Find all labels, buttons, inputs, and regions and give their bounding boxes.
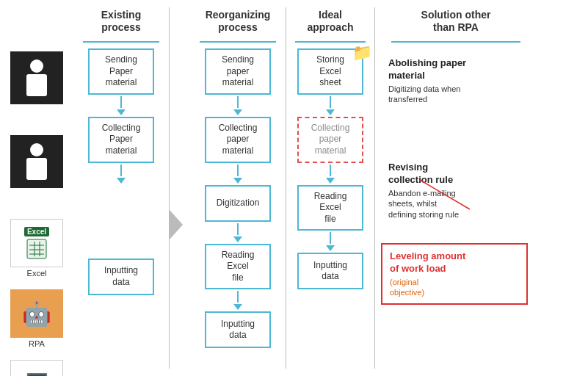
rpa-label: RPA [29, 339, 45, 348]
col-reorg: Reorganizing process Sendingpapermateria… [190, 0, 286, 376]
solution-col-underline [391, 41, 520, 43]
ideal-arrow-line-2 [330, 164, 331, 176]
sidebar: Excel Excel 🤖 RPA 🗄️ [0, 0, 73, 376]
ideal-col-header: Ideal approach [307, 7, 353, 37]
existing-title-line1: Existing [101, 9, 141, 21]
reorg-box-2: Collectingpapermaterial [205, 117, 271, 163]
existing-col-header: Existing process [101, 7, 141, 37]
reorg-arrow-line-4 [237, 291, 239, 303]
existing-step-2: CollectingPapermaterial [88, 117, 154, 185]
existing-box-2: CollectingPapermaterial [88, 117, 154, 163]
person1-icon [10, 51, 63, 104]
ideal-box-4-text: Inputtingdata [313, 260, 347, 283]
solution-item-2-desc: Abandon e-mailingsheets, whilstdefining … [388, 188, 520, 220]
solution-item-3: Leveling amountof work load (originalobj… [381, 243, 528, 305]
ideal-box-3-text: ReadingExcelfile [314, 191, 347, 225]
reorg-arrow-1 [233, 109, 242, 115]
big-arrow-svg [170, 210, 190, 239]
reorg-box-1-text: Sendingpapermaterial [222, 54, 254, 89]
reorg-box-4-text: ReadingExcelfile [222, 250, 255, 284]
solution-col-header: Solution other than RPA [375, 7, 537, 37]
ideal-arrow-1 [326, 109, 335, 115]
arrow-line-1 [120, 96, 122, 108]
folder-icon: 📁 [352, 43, 372, 64]
ideal-flow: StoringExcelsheet 📁 Collectingpapermater… [286, 48, 374, 291]
ideal-title-line2: approach [307, 21, 353, 34]
solution-item-3-desc: (originalobjective) [390, 277, 519, 298]
excel-icon-block: Excel Excel [7, 219, 66, 278]
reorg-title-line1: Reorganizing [206, 9, 271, 21]
reorg-step-3: Digitization [205, 185, 271, 244]
xlsx-badge: Excel [24, 227, 49, 236]
reorg-box-5-text: Inputtingdata [221, 319, 255, 341]
reorg-box-5: Inputtingdata [205, 311, 271, 348]
ideal-step-1: StoringExcelsheet 📁 [297, 48, 363, 117]
col-existing: Existing process SendingPapermaterial Co… [73, 0, 169, 376]
svg-point-0 [30, 59, 43, 73]
ideal-box-2-dashed: Collectingpapermaterial [297, 117, 363, 163]
system-icon: 🗄️ [10, 360, 63, 376]
existing-flow: SendingPapermaterial CollectingPapermate… [73, 48, 169, 297]
person1-svg [22, 58, 51, 98]
ideal-step-3: ReadingExcelfile [297, 185, 363, 253]
ideal-arrow-3 [326, 245, 335, 251]
svg-marker-10 [170, 210, 183, 239]
rpa-icon-block: 🤖 RPA [7, 289, 66, 348]
solution-item-3-title: Leveling amountof work load [390, 250, 519, 275]
ideal-box-4: Inputtingdata [297, 253, 363, 289]
system-db-icon: 🗄️ [24, 372, 50, 377]
main-content: Existing process SendingPapermaterial Co… [73, 0, 588, 376]
person2-icon [10, 135, 63, 188]
diagram: Excel Excel 🤖 RPA 🗄️ [0, 0, 588, 376]
reorg-step-2: Collectingpapermaterial [205, 117, 271, 185]
ideal-title-line1: Ideal [307, 9, 353, 21]
solution-title-line2: than RPA [421, 21, 491, 34]
reorg-box-3-text: Digitization [217, 198, 260, 209]
svg-rect-1 [26, 74, 47, 96]
ideal-box-2-text: Collectingpapermaterial [311, 123, 350, 157]
ideal-step-2: Collectingpapermaterial [297, 117, 363, 185]
person1-icon-block [7, 51, 66, 104]
existing-box-1-text: SendingPapermaterial [105, 54, 137, 89]
person2-icon-block [7, 135, 66, 188]
existing-box-1: SendingPapermaterial [88, 48, 154, 95]
existing-box-2-text: CollectingPapermaterial [102, 123, 141, 157]
reorg-arrow-3 [233, 236, 242, 242]
existing-col-underline [83, 41, 159, 43]
col-solution: Solution other than RPA Abolishing paper… [375, 0, 537, 376]
excel-svg [26, 238, 48, 260]
reorg-box-3: Digitization [205, 185, 271, 222]
reorg-box-1: Sendingpapermaterial [205, 48, 271, 95]
ideal-arrow-line-3 [330, 232, 331, 244]
ideal-box-1: StoringExcelsheet 📁 [297, 48, 363, 95]
system-icon-block: 🗄️ System [7, 360, 66, 376]
reorg-arrow-2 [233, 178, 242, 184]
big-arrow [170, 73, 190, 376]
solution-item-1-desc: Digitizing data whentransferred [388, 84, 520, 105]
ideal-box-3: ReadingExcelfile [297, 185, 363, 231]
arrow-1 [117, 109, 126, 115]
reorg-step-5: Inputtingdata [205, 311, 271, 350]
rpa-robot-icon: 🤖 [22, 300, 51, 328]
solution-item-2-title: Revisingcollection rule [388, 162, 520, 187]
svg-rect-3 [26, 158, 47, 180]
ideal-box-1-text: StoringExcelsheet [316, 54, 344, 89]
existing-step-1: SendingPapermaterial [88, 48, 154, 117]
solution-item-2: Revisingcollection rule Abandon e-mailin… [381, 156, 528, 225]
reorg-title-line2: process [206, 21, 271, 34]
solution-title-line1: Solution other [421, 9, 491, 21]
existing-title-line2: process [101, 21, 141, 34]
ideal-step-4: Inputtingdata [297, 253, 363, 291]
reorg-arrow-line-3 [237, 223, 239, 235]
arrow-2 [117, 178, 126, 184]
rpa-icon: 🤖 [10, 289, 63, 338]
reorg-step-4: ReadingExcelfile [205, 244, 271, 312]
reorg-arrow-line-1 [237, 96, 239, 108]
reorg-box-4: ReadingExcelfile [205, 244, 271, 290]
svg-rect-4 [27, 239, 46, 258]
person2-svg [22, 142, 51, 182]
arrow-line-2 [120, 164, 122, 176]
reorg-col-underline [200, 41, 276, 43]
existing-step-3: Inputtingdata [88, 258, 154, 297]
reorg-arrow-line-2 [237, 164, 239, 176]
